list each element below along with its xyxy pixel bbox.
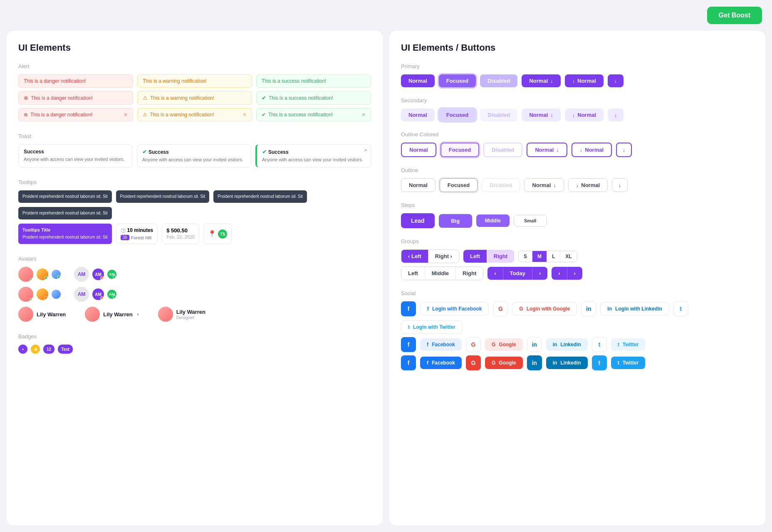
tooltip-tag: 38 <box>121 235 129 240</box>
chevron-down-icon[interactable]: ▾ <box>137 312 139 317</box>
group-arrow-left-btn[interactable]: ‹ <box>552 267 567 280</box>
outline-colored-label: Outline Colored <box>401 131 754 138</box>
outline-colored-icon-left-btn[interactable]: ↓ Normal <box>572 143 612 157</box>
group-filled-right-btn[interactable]: Right <box>487 250 514 263</box>
social-g-icon-btn[interactable]: G <box>493 301 508 316</box>
secondary-icon-right-btn[interactable]: Normal ↓ <box>522 108 560 121</box>
steps-label: Steps <box>401 202 754 208</box>
group-filled-left-btn[interactable]: Left <box>463 250 487 263</box>
primary-icon-right-btn[interactable]: Normal ↓ <box>522 74 560 87</box>
social-tw-filled-btn[interactable]: t Twitter <box>611 357 645 369</box>
group-lmr-left-btn[interactable]: Left <box>401 267 425 280</box>
social-fb-icon-btn[interactable]: f <box>401 301 416 316</box>
avatar-face-lily-3 <box>158 307 173 322</box>
group-left-btn[interactable]: ‹ Left <box>401 250 428 263</box>
social-li-filled-btn[interactable]: in Linkedin <box>546 357 588 369</box>
outline-colored-focused-btn[interactable]: Focused <box>440 143 479 157</box>
avatar-photos-row: AM AM AM <box>18 267 371 282</box>
step-small-btn[interactable]: Small <box>514 215 547 227</box>
social-li-filled-icon-btn[interactable]: in <box>527 355 542 370</box>
outline-btn-row: Normal Focused Disabled Normal ↓ ↓ Norma… <box>401 178 754 192</box>
size-l-btn[interactable]: L <box>547 251 560 262</box>
main-layout: UI Elements Alert This is a danger notif… <box>0 31 772 532</box>
outline-icon-right-btn[interactable]: Normal ↓ <box>524 178 564 192</box>
warning-close-icon: ⚠ <box>143 112 147 118</box>
alert-close-success[interactable]: ✕ <box>361 112 366 118</box>
outline-icon-only-btn[interactable]: ↓ <box>612 178 628 192</box>
social-g-tinted-icon-btn[interactable]: G <box>466 337 481 352</box>
social-tw-tinted-btn[interactable]: t Twitter <box>611 338 645 351</box>
social-fb-login-btn[interactable]: f Login with Facebook <box>420 302 489 315</box>
avatar-named-2: Lily Warren ▾ <box>85 307 139 322</box>
secondary-focused-btn[interactable]: Focused <box>439 108 476 121</box>
status-dot-mixed-am <box>100 296 104 300</box>
outline-normal-btn[interactable]: Normal <box>401 178 435 192</box>
avatar-named-1: Lily Warren <box>18 307 66 322</box>
status-dot-am <box>100 276 104 280</box>
size-s-btn[interactable]: S <box>519 251 532 262</box>
social-li-tinted-icon-btn[interactable]: in <box>527 337 542 352</box>
outline-label: Outline <box>401 167 754 173</box>
avatar-name-sub-container: Lily Warren Designer <box>176 309 205 320</box>
social-li-icon-btn[interactable]: in <box>581 301 596 316</box>
social-tw-login-btn[interactable]: t Login with Twitter <box>401 320 463 334</box>
social-tw-icon-btn[interactable]: t <box>673 301 688 316</box>
secondary-normal-btn[interactable]: Normal <box>401 108 435 121</box>
secondary-icon-left-btn[interactable]: ↓ Normal <box>565 108 604 121</box>
outline-focused-btn[interactable]: Focused <box>440 178 478 192</box>
step-middle-btn[interactable]: Middle <box>476 214 510 227</box>
avatar-lily-3 <box>158 307 173 322</box>
outline-colored-normal-btn[interactable]: Normal <box>401 143 436 157</box>
group-today-btn[interactable]: Today <box>503 267 532 280</box>
social-g-filled-icon-btn[interactable]: G <box>466 355 481 370</box>
social-tw-filled-icon-btn[interactable]: t <box>592 355 607 370</box>
social-g-login-btn[interactable]: G Login with Google <box>512 302 577 315</box>
status-dot-mixed-xs <box>113 295 116 298</box>
success-close-icon: ✔ <box>262 112 266 118</box>
social-li-tinted-btn[interactable]: in Linkedin <box>546 338 588 351</box>
social-fb-tinted-btn[interactable]: f Facebook <box>420 338 462 351</box>
size-xl-btn[interactable]: XL <box>560 251 577 262</box>
alert-close-danger[interactable]: ✕ <box>124 112 128 118</box>
group-lmr-right-btn[interactable]: Right <box>455 267 483 280</box>
tw-tinted-icon: t <box>618 342 619 347</box>
tooltip-2: Proident reprehenderit nostrud laborum s… <box>116 190 210 203</box>
group-right-btn[interactable]: Right › <box>428 250 459 263</box>
group-arrow-right-btn[interactable]: › <box>567 267 582 280</box>
primary-icon-left-btn[interactable]: ↓ Normal <box>565 74 604 87</box>
status-dot-m2 <box>45 296 48 300</box>
toast-border-title: ✔ Success <box>262 149 366 155</box>
social-tw-tinted-icon-btn[interactable]: t <box>592 337 607 352</box>
avatar-mixed-1 <box>18 287 33 302</box>
step-big-btn[interactable]: Big <box>439 214 472 228</box>
group-today-prev-btn[interactable]: ‹ <box>487 267 502 280</box>
toast-border-body: Anyone with access can view your invited… <box>262 157 366 163</box>
social-li-login-btn[interactable]: in Login with Linkedin <box>600 302 669 315</box>
primary-icon-only-btn[interactable]: ↓ <box>608 74 624 87</box>
toast-plain-title: Success <box>24 149 127 155</box>
social-fb-filled-btn[interactable]: f Facebook <box>420 357 462 369</box>
social-fb-filled-icon-btn[interactable]: f <box>401 355 416 370</box>
secondary-section: Secondary Normal Focused Disabled Normal… <box>401 97 754 121</box>
size-m-btn[interactable]: M <box>532 251 547 262</box>
primary-focused-btn[interactable]: Focused <box>439 74 476 87</box>
avatar-name-3: Lily Warren <box>176 309 205 315</box>
outline-icon-left-btn[interactable]: ↓ Normal <box>568 178 608 192</box>
outline-colored-icon-only-btn[interactable]: ↓ <box>616 143 632 157</box>
get-boost-button[interactable]: Get Boost <box>707 7 762 24</box>
social-g-filled-btn[interactable]: G Google <box>485 357 523 369</box>
tw-icon: t <box>408 324 410 330</box>
group-lmr-middle-btn[interactable]: Middle <box>425 267 455 280</box>
alert-close-warning[interactable]: ✕ <box>242 112 247 118</box>
secondary-icon-only-btn[interactable]: ↓ <box>608 108 624 121</box>
outline-colored-icon-right-btn[interactable]: Normal ↓ <box>527 143 567 157</box>
primary-normal-btn[interactable]: Normal <box>401 74 435 87</box>
group-today-next-btn[interactable]: › <box>532 267 547 280</box>
step-lead-btn[interactable]: Lead <box>401 213 435 228</box>
badge-star: ★ <box>31 345 40 354</box>
social-row-filled: f f Facebook G G Google in in Linkedin t… <box>401 355 754 370</box>
download-icon-oc1: ↓ <box>556 147 559 153</box>
social-fb-tinted-icon-btn[interactable]: f <box>401 337 416 352</box>
toast-close-icon[interactable]: ✕ <box>364 148 367 153</box>
social-g-tinted-btn[interactable]: G Google <box>485 338 523 351</box>
